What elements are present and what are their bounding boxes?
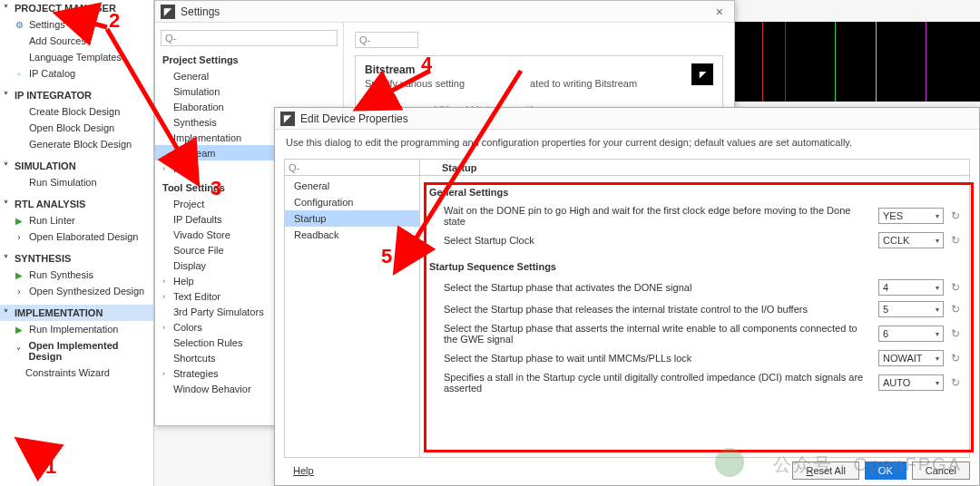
nav-language-templates[interactable]: Language Templates <box>0 49 153 65</box>
props-titlebar: ◤ Edit Device Properties <box>275 108 979 130</box>
reset-all-button[interactable]: Reset All <box>792 462 858 480</box>
chevron-right-icon: › <box>13 286 25 296</box>
close-icon[interactable]: × <box>710 3 729 21</box>
chevron-right-icon: › <box>162 323 172 332</box>
settings-titlebar: ◤ Settings × <box>155 1 734 23</box>
dropdown-mmcm-phase[interactable]: NOWAIT▾ <box>878 350 944 366</box>
play-icon: ▶ <box>13 269 25 280</box>
row-mmcm-phase: Select the Startup phase to wait until M… <box>444 350 960 366</box>
section-synthesis[interactable]: ˅SYNTHESIS <box>0 250 153 267</box>
nav-run-linter[interactable]: ▶Run Linter <box>0 212 153 228</box>
content-search[interactable]: Q- <box>355 32 418 48</box>
props-search[interactable]: Q- <box>285 160 419 176</box>
chevron-right-icon: › <box>162 369 172 378</box>
chevron-down-icon: ▾ <box>936 284 939 292</box>
ip-icon: ▫ <box>13 68 25 79</box>
play-icon: ▶ <box>13 324 25 335</box>
nav-settings[interactable]: ⚙Settings <box>0 16 153 33</box>
dropdown-gwe-phase[interactable]: 6▾ <box>878 326 944 342</box>
chevron-down-icon: ▾ <box>936 237 939 245</box>
chevron-down-icon: ˅ <box>13 345 24 356</box>
reload-icon[interactable]: ↻ <box>951 209 960 222</box>
app-icon: ◤ <box>161 5 175 19</box>
app-icon: ◤ <box>280 112 295 126</box>
chevron-right-icon: › <box>162 292 172 301</box>
chevron-down-icon: ▾ <box>936 306 939 314</box>
chevron-right-icon: › <box>162 164 172 173</box>
dropdown-tristate-phase[interactable]: 5▾ <box>878 301 944 317</box>
section-project-manager[interactable]: ˅PROJECT MANAGER <box>0 0 153 16</box>
props-tree-startup[interactable]: Startup <box>285 210 419 227</box>
props-tree-readback[interactable]: Readback <box>285 227 419 243</box>
section-ip-integrator[interactable]: ˅IP INTEGRATOR <box>0 87 153 103</box>
nav-open-block-design[interactable]: Open Block Design <box>0 120 153 136</box>
row-tristate-phase: Select the Startup phase that releases t… <box>444 301 960 317</box>
tree-general[interactable]: General <box>155 68 343 83</box>
props-title: Edit Device Properties <box>300 112 974 125</box>
chevron-down-icon: ▾ <box>936 379 939 387</box>
reload-icon[interactable]: ↻ <box>951 303 960 316</box>
section-rtl-analysis[interactable]: ˅RTL ANALYSIS <box>0 196 153 212</box>
nav-add-sources[interactable]: Add Sources <box>0 33 153 49</box>
help-button[interactable]: Help <box>284 462 323 479</box>
amd-logo-icon: ◤ <box>691 63 713 85</box>
edit-device-properties-window: ◤ Edit Device Properties Use this dialog… <box>274 107 980 486</box>
nav-run-synthesis[interactable]: ▶Run Synthesis <box>0 267 153 283</box>
ok-button[interactable]: OK <box>865 462 906 480</box>
props-right-panel: Startup General Settings Wait on the DON… <box>420 159 970 458</box>
nav-constraints-wizard[interactable]: Constraints Wizard <box>0 364 153 381</box>
props-tree-general[interactable]: General <box>285 178 419 194</box>
chevron-down-icon: ▾ <box>936 330 939 338</box>
group-general-settings: General Settings <box>429 187 960 198</box>
row-wait-done: Wait on the DONE pin to go High and wait… <box>444 205 960 227</box>
waveform-background <box>735 22 980 102</box>
dropdown-dci-phase[interactable]: AUTO▾ <box>878 374 944 391</box>
props-tree-configuration[interactable]: Configuration <box>285 194 419 210</box>
nav-open-synthesized-design[interactable]: ›Open Synthesized Design <box>0 283 153 299</box>
dropdown-startup-clock[interactable]: CCLK▾ <box>878 232 944 248</box>
nav-open-implemented-design[interactable]: ˅Open Implemented Design <box>0 337 153 364</box>
dropdown-wait-done[interactable]: YES▾ <box>878 208 944 224</box>
nav-run-implementation[interactable]: ▶Run Implementation <box>0 321 153 337</box>
reload-icon[interactable]: ↻ <box>951 281 960 294</box>
props-buttons: Help Reset All OK Cancel <box>284 462 970 480</box>
settings-title: Settings <box>181 5 710 18</box>
nav-run-simulation[interactable]: Run Simulation <box>0 174 153 190</box>
nav-open-elaborated-design[interactable]: ›Open Elaborated Design <box>0 228 153 245</box>
nav-create-block-design[interactable]: Create Block Design <box>0 103 153 120</box>
section-simulation[interactable]: ˅SIMULATION <box>0 158 153 174</box>
props-right-title: Startup <box>420 160 969 176</box>
props-description: Use this dialog to edit the programming … <box>275 130 979 159</box>
row-startup-clock: Select Startup Clock CCLK▾ ↻ <box>444 232 960 248</box>
props-tree: Q- General Configuration Startup Readbac… <box>284 159 420 458</box>
reload-icon[interactable]: ↻ <box>951 352 960 364</box>
panel-desc: Specify various settingated to writing B… <box>365 78 713 89</box>
row-done-phase: Select the Startup phase that activates … <box>444 279 960 296</box>
tree-simulation[interactable]: Simulation <box>155 83 343 99</box>
section-implementation[interactable]: ˅IMPLEMENTATION <box>0 305 153 321</box>
nav-ip-catalog[interactable]: ▫IP Catalog <box>0 65 153 82</box>
cancel-button[interactable]: Cancel <box>912 462 970 480</box>
gear-icon: ⚙ <box>13 19 25 30</box>
chevron-down-icon: ▾ <box>936 355 939 363</box>
chevron-down-icon: ▾ <box>936 212 939 220</box>
chevron-right-icon: › <box>13 231 25 242</box>
settings-search[interactable]: Q- <box>161 30 338 46</box>
play-icon: ▶ <box>13 215 25 226</box>
project-settings-header: Project Settings <box>155 52 343 68</box>
nav-generate-block-design[interactable]: Generate Block Design <box>0 136 153 152</box>
reload-icon[interactable]: ↻ <box>951 376 960 389</box>
project-navigator: ˅PROJECT MANAGER ⚙Settings Add Sources L… <box>0 0 154 486</box>
row-gwe-phase: Select the Startup phase that asserts th… <box>444 323 960 345</box>
dropdown-done-phase[interactable]: 4▾ <box>878 279 944 296</box>
row-dci-phase: Specifies a stall in the Startup cycle u… <box>444 372 960 394</box>
reload-icon[interactable]: ↻ <box>951 234 960 247</box>
reload-icon[interactable]: ↻ <box>951 327 960 340</box>
group-startup-sequence: Startup Sequence Settings <box>429 261 960 272</box>
chevron-right-icon: › <box>162 277 172 286</box>
panel-title: Bitstream <box>365 63 713 76</box>
